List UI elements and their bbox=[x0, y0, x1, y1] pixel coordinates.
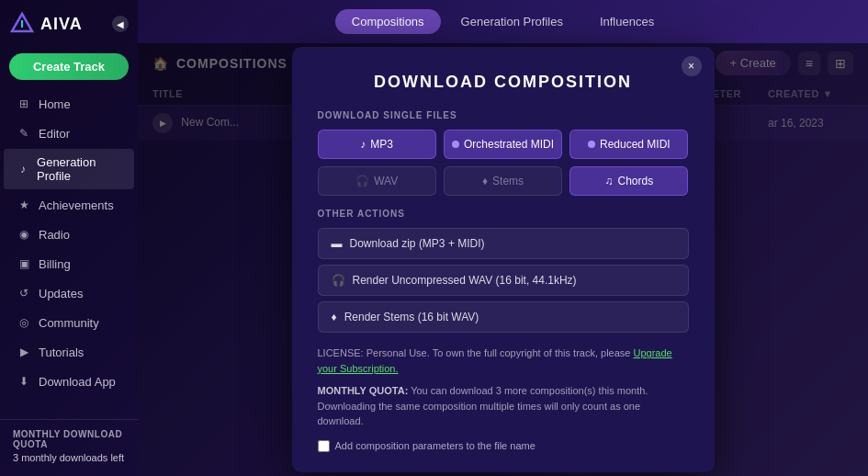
render-stems-icon: ♦ bbox=[332, 311, 337, 323]
stems-icon: ♦ bbox=[482, 175, 488, 187]
sidebar-item-radio-label: Radio bbox=[39, 228, 70, 242]
download-zip-button[interactable]: ▬ Download zip (MP3 + MIDI) bbox=[318, 228, 689, 259]
other-actions-section: OTHER ACTIONS ▬ Download zip (MP3 + MIDI… bbox=[318, 209, 689, 333]
sidebar-footer: MONTHLY DOWNLOAD QUOTA 3 monthly downloa… bbox=[0, 419, 138, 476]
sidebar-item-tutorials-label: Tutorials bbox=[39, 346, 84, 359]
top-navigation: Compositions Generation Profiles Influen… bbox=[138, 0, 868, 43]
updates-icon: ↺ bbox=[17, 286, 31, 300]
sidebar-item-generation-profile[interactable]: ♪ Generation Profile bbox=[4, 149, 134, 189]
sidebar-item-updates[interactable]: ↺ Updates bbox=[4, 279, 134, 307]
other-actions-label: OTHER ACTIONS bbox=[318, 209, 689, 219]
sidebar-item-achievements[interactable]: ★ Achievements bbox=[4, 191, 134, 219]
sidebar-item-community[interactable]: ◎ Community bbox=[4, 309, 134, 336]
sidebar-logo: AIVA ◀ bbox=[0, 0, 138, 48]
tab-compositions[interactable]: Compositions bbox=[335, 9, 441, 34]
monthly-quota-label: MONTHLY DOWNLOAD QUOTA bbox=[13, 429, 125, 449]
sidebar-item-community-label: Community bbox=[39, 316, 99, 330]
home-icon: ⊞ bbox=[17, 96, 31, 111]
achievements-icon: ★ bbox=[17, 198, 31, 212]
sidebar-item-download-app-label: Download App bbox=[39, 375, 116, 389]
orchestrated-midi-button[interactable]: Orchestrated MIDI bbox=[444, 130, 562, 159]
add-params-checkbox[interactable] bbox=[318, 440, 330, 452]
sidebar-item-radio[interactable]: ◉ Radio bbox=[4, 221, 134, 248]
license-text: LICENSE: Personal Use. To own the full c… bbox=[318, 346, 689, 376]
create-track-button[interactable]: Create Track bbox=[9, 53, 129, 80]
main-content: Compositions Generation Profiles Influen… bbox=[138, 0, 868, 476]
sidebar-item-editor[interactable]: ✎ Editor bbox=[4, 119, 134, 147]
checkbox-label: Add composition parameters to the file n… bbox=[335, 440, 535, 451]
single-files-section-label: DOWNLOAD SINGLE FILES bbox=[318, 110, 689, 120]
billing-icon: ▣ bbox=[17, 256, 31, 271]
download-composition-modal: × DOWNLOAD COMPOSITION DOWNLOAD SINGLE F… bbox=[292, 47, 715, 472]
sidebar-item-generation-profile-label: Generation Profile bbox=[37, 155, 121, 183]
sidebar-item-billing-label: Billing bbox=[39, 257, 71, 271]
logo-text: AIVA bbox=[40, 15, 83, 34]
sidebar-navigation: ⊞ Home ✎ Editor ♪ Generation Profile ★ A… bbox=[0, 89, 138, 419]
aiva-logo-icon bbox=[9, 11, 35, 37]
main-wrapper: 🏠 COMPOSITIONS + Create ≡ ⊞ TITLE SOURCE… bbox=[138, 43, 868, 476]
tutorials-icon: ▶ bbox=[17, 345, 31, 359]
checkbox-row: Add composition parameters to the file n… bbox=[318, 440, 689, 452]
reduced-midi-button[interactable]: Reduced MIDI bbox=[569, 130, 688, 159]
editor-icon: ✎ bbox=[17, 126, 31, 141]
monthly-quota-value: 3 monthly downloads left bbox=[13, 452, 125, 463]
quota-text: MONTHLY QUOTA: You can download 3 more c… bbox=[318, 383, 689, 429]
orchestrated-midi-dot bbox=[452, 141, 459, 148]
modal-close-button[interactable]: × bbox=[682, 56, 702, 76]
stems-download-button[interactable]: ♦ Stems bbox=[444, 166, 562, 196]
modal-overlay: × DOWNLOAD COMPOSITION DOWNLOAD SINGLE F… bbox=[138, 43, 868, 476]
render-wav-icon: 🎧 bbox=[332, 274, 345, 287]
sidebar-item-achievements-label: Achievements bbox=[39, 198, 114, 212]
mp3-icon: ♪ bbox=[360, 138, 366, 151]
top-nav-tabs: Compositions Generation Profiles Influen… bbox=[335, 9, 671, 34]
mp3-download-button[interactable]: ♪ MP3 bbox=[318, 130, 436, 159]
community-icon: ◎ bbox=[17, 315, 31, 330]
sidebar-collapse-button[interactable]: ◀ bbox=[112, 16, 129, 32]
render-stems-button[interactable]: ♦ Render Stems (16 bit WAV) bbox=[318, 301, 689, 333]
wav-download-button[interactable]: 🎧 WAV bbox=[318, 166, 436, 196]
sidebar-item-tutorials[interactable]: ▶ Tutorials bbox=[4, 338, 134, 366]
sidebar: AIVA ◀ Create Track ⊞ Home ✎ Editor ♪ Ge… bbox=[0, 0, 138, 476]
chords-icon: ♫ bbox=[604, 175, 613, 187]
zip-icon: ▬ bbox=[332, 237, 343, 250]
tab-influences[interactable]: Influences bbox=[583, 9, 671, 34]
download-buttons-row-2: 🎧 WAV ♦ Stems ♫ Chords bbox=[318, 166, 689, 196]
sidebar-item-home-label: Home bbox=[39, 97, 71, 111]
sidebar-item-billing[interactable]: ▣ Billing bbox=[4, 250, 134, 278]
radio-icon: ◉ bbox=[17, 227, 31, 242]
tab-generation-profiles[interactable]: Generation Profiles bbox=[445, 9, 580, 34]
generation-profile-icon: ♪ bbox=[17, 162, 29, 176]
sidebar-item-updates-label: Updates bbox=[39, 287, 83, 300]
sidebar-item-editor-label: Editor bbox=[39, 127, 70, 141]
download-app-icon: ⬇ bbox=[17, 374, 31, 389]
chords-download-button[interactable]: ♫ Chords bbox=[569, 166, 688, 196]
sidebar-item-home[interactable]: ⊞ Home bbox=[4, 90, 134, 118]
render-wav-button[interactable]: 🎧 Render Uncompressed WAV (16 bit, 44.1k… bbox=[318, 265, 689, 296]
sidebar-item-download-app[interactable]: ⬇ Download App bbox=[4, 368, 134, 395]
modal-title: DOWNLOAD COMPOSITION bbox=[318, 73, 689, 92]
wav-icon: 🎧 bbox=[355, 175, 369, 187]
reduced-midi-dot bbox=[588, 141, 595, 148]
download-buttons-row-1: ♪ MP3 Orchestrated MIDI Reduced MIDI bbox=[318, 130, 689, 159]
